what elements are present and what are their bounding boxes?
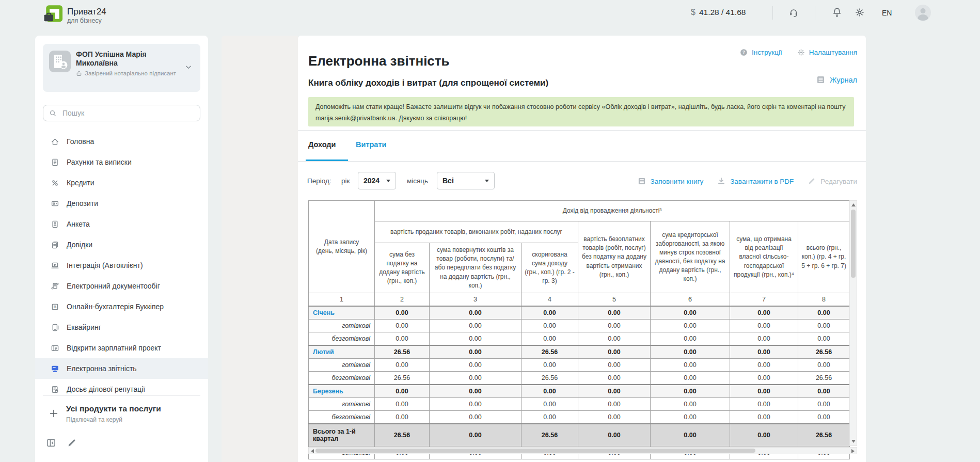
income-table: Дата запису (день, місяць, рік) Дохід ві… (308, 200, 850, 459)
month-link[interactable]: Лютий (309, 345, 375, 359)
user-avatar[interactable] (915, 5, 931, 21)
cell-value: 0.00 (578, 411, 651, 424)
company-avatar (49, 51, 71, 74)
row-label: безготівкові (309, 411, 375, 424)
privat24-logo-icon[interactable] (42, 5, 63, 27)
chevron-down-icon[interactable] (184, 62, 193, 74)
download-pdf-button[interactable]: Завантажити в PDF (717, 177, 794, 186)
sidebar-item-edo[interactable]: Електронний документообіг (35, 276, 208, 296)
cell-value: 0.00 (730, 306, 798, 320)
sidebar-item-credits[interactable]: Кредити (35, 172, 208, 193)
sidebar-menu: ГоловнаРахунки та випискиКредитиДепозити… (35, 131, 208, 400)
cell-value: 0.00 (430, 424, 521, 447)
journal-link[interactable]: Журнал (816, 75, 857, 85)
vertical-scroll-thumb[interactable] (851, 210, 856, 278)
cell-value: 0.00 (730, 385, 798, 398)
year-select[interactable]: 2024 (358, 172, 396, 189)
currency-rate[interactable]: $ 41.28 / 41.68 (691, 8, 746, 17)
cell-value: 0.00 (798, 332, 850, 346)
divider (772, 6, 773, 20)
row-label: готівкові (309, 398, 375, 411)
search-input[interactable] (61, 108, 195, 118)
edit-menu-button[interactable] (66, 437, 77, 449)
table-row: Березень0.000.000.000.000.000.000.00 (309, 385, 850, 398)
horizontal-scroll-thumb[interactable] (315, 449, 755, 453)
sidebar-item-dovidky[interactable]: Довідки (35, 234, 208, 255)
cell-value: 0.00 (651, 398, 730, 411)
sidebar-item-deposits[interactable]: Депозити (35, 193, 208, 214)
edit-button[interactable]: Редагувати (807, 177, 857, 186)
sidebar-item-anketa[interactable]: Анкета (35, 214, 208, 234)
deposit-icon (50, 199, 60, 209)
table-row: безготівкові26.560.0026.560.000.000.0026… (309, 372, 850, 385)
language-switcher[interactable]: EN (882, 9, 892, 17)
instructions-link[interactable]: ? Інструкції (739, 48, 782, 57)
gear-icon[interactable] (854, 7, 865, 18)
sidebar-item-acquiring[interactable]: Еквайринг (35, 317, 208, 338)
sidebar-item-label: Інтеграція (Автоклієнт) (67, 261, 143, 269)
header-free-goods: вартість безоплатних товарів (робіт, пос… (578, 221, 651, 293)
cell-value: 0.00 (651, 424, 730, 447)
all-products-link[interactable]: Усі продукти та послуги (66, 404, 161, 413)
cell-value: 0.00 (430, 359, 521, 372)
month-label: місяць (407, 177, 428, 185)
cell-value: 0.00 (798, 398, 850, 411)
scroll-right-arrow[interactable] (851, 449, 855, 453)
scroll-up-arrow[interactable] (851, 203, 856, 206)
sidebar-item-label: Анкета (67, 220, 90, 228)
sidebar-item-home[interactable]: Головна (35, 131, 208, 152)
main-content: ? Інструкції Налаштування Електронна зві… (298, 36, 866, 462)
sidebar-item-dossier[interactable]: Досьє ділової репутації (35, 379, 208, 400)
header-returned: сума повернутих коштів за товар (роботи,… (430, 243, 521, 293)
profile-switcher[interactable]: ФОП Успішна Марія Миколаївна Завірений н… (43, 44, 200, 92)
month-link[interactable]: Січень (309, 306, 375, 320)
sidebar-item-ereport[interactable]: Електронна звітність (35, 358, 208, 379)
header-date-col: Дата запису (день, місяць, рік) (309, 201, 375, 293)
tab-expenses[interactable]: Витрати (356, 140, 386, 149)
support-headset-icon[interactable] (788, 7, 799, 18)
settings-link[interactable]: Налаштування (797, 48, 857, 57)
plus-icon (49, 408, 59, 421)
sidebar-item-label: Досьє ділової репутації (67, 385, 145, 393)
row-label: готівкові (309, 320, 375, 332)
terminal-icon (50, 323, 60, 332)
sidebar-item-label: Кредити (67, 179, 94, 187)
search-icon (49, 109, 57, 118)
scroll-down-arrow[interactable] (851, 440, 856, 443)
cell-value: 0.00 (375, 385, 430, 398)
sidebar-item-accounts[interactable]: Рахунки та виписки (35, 152, 208, 172)
cell-value: 0.00 (430, 398, 521, 411)
row-label: безготівкові (309, 372, 375, 385)
tab-incomes[interactable]: Доходи (308, 140, 336, 149)
month-link[interactable]: Березень (309, 385, 375, 398)
sidebar-item-label: Онлайн-бухгалтерія Буккіпер (67, 302, 164, 311)
cell-value: 0.00 (730, 398, 798, 411)
sidebar-item-integration[interactable]: Інтеграція (Автоклієнт) (35, 255, 208, 276)
collapse-sidebar-button[interactable] (45, 437, 57, 449)
header-agro: сума, що отримана від реалізації власної… (730, 221, 798, 293)
sidebar-item-bookkeeper[interactable]: BОнлайн-бухгалтерія Буккіпер (35, 296, 208, 317)
header-adjusted: скоригована сума доходу (грн., коп.) (гр… (521, 243, 578, 293)
vertical-scrollbar[interactable] (849, 200, 857, 446)
sidebar-item-label: Електронний документообіг (67, 282, 160, 290)
caret-down-icon (485, 180, 489, 182)
cell-value: 0.00 (798, 359, 850, 372)
bell-icon[interactable] (831, 7, 843, 18)
horizontal-scrollbar[interactable] (308, 447, 857, 454)
page-subtitle: Книга обліку доходів і витрат (для спрощ… (308, 78, 548, 88)
sidebar-item-label: Електронна звітність (67, 364, 137, 373)
cell-value: 0.00 (430, 306, 521, 320)
invoice-icon (50, 157, 60, 167)
sidebar-item-label: Депозити (67, 199, 98, 208)
cell-value: 0.00 (430, 345, 521, 359)
sidebar-item-salary[interactable]: Відкрити зарплатний проект (35, 338, 208, 358)
cell-value: 0.00 (578, 398, 651, 411)
cell-value: 0.00 (798, 320, 850, 332)
fill-book-button[interactable]: Заповнити книгу (637, 177, 704, 186)
cell-value: 0.00 (651, 306, 730, 320)
cell-value: 0.00 (521, 411, 578, 424)
month-select[interactable]: Всі (437, 172, 495, 189)
scroll-left-arrow[interactable] (311, 449, 314, 453)
brand-name: Приват24 (67, 7, 106, 17)
cell-value: 0.00 (578, 332, 651, 346)
